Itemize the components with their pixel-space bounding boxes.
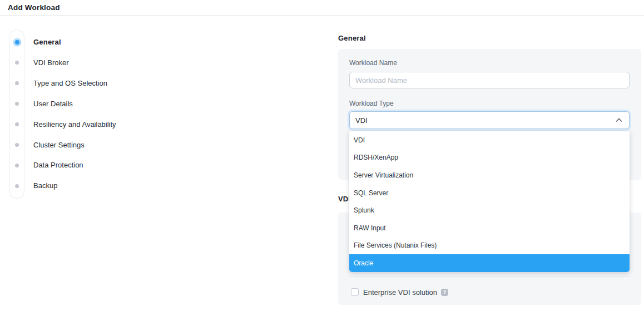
chevron-up-icon [616,118,622,122]
step-label: Data Protection [33,161,83,170]
dropdown-option-rdsh-xenapp[interactable]: RDSH/XenApp [349,149,630,167]
dropdown-option-oracle[interactable]: Oracle [349,254,630,272]
vdi-card-divider [349,277,630,277]
step-dot-icon [15,102,19,106]
step-label: Type and OS Selection [33,79,107,87]
help-icon[interactable]: ? [441,289,448,296]
step-label: VDI Broker [33,58,69,67]
workload-type-dropdown: VDIRDSH/XenAppServer VirtualizationSQL S… [349,131,630,272]
stepper-step-vdi-broker[interactable]: VDI Broker [9,57,199,69]
dropdown-option-splunk[interactable]: Splunk [349,201,630,219]
step-label: General [33,38,61,46]
dropdown-option-vdi[interactable]: VDI [349,131,630,149]
step-dot-icon [15,122,19,126]
step-dot-icon [15,61,19,65]
stepper-step-backup[interactable]: Backup [9,180,199,192]
step-dot-icon [15,184,19,188]
workload-name-label: Workload Name [349,59,397,67]
header-divider [0,15,644,16]
active-step-dot-icon [15,40,19,45]
enterprise-vdi-label: Enterprise VDI solution [363,288,437,297]
enterprise-vdi-row: Enterprise VDI solution ? [351,287,448,297]
workload-type-label: Workload Type [349,100,394,107]
dropdown-option-server-virtualization[interactable]: Server Virtualization [349,166,630,184]
dropdown-option-sql-server[interactable]: SQL Server [349,184,630,202]
stepper-step-resiliency-and-availability[interactable]: Resiliency and Availability [9,119,199,131]
general-section-heading: General [338,34,366,42]
add-workload-page: Add Workload GeneralVDI BrokerType and O… [0,0,644,311]
workload-name-input[interactable] [349,72,630,88]
vdi-section-heading: VDI [338,195,350,203]
stepper-step-type-and-os-selection[interactable]: Type and OS Selection [9,77,199,90]
wizard-stepper: GeneralVDI BrokerType and OS SelectionUs… [9,29,243,199]
step-dot-icon [15,143,19,147]
step-label: Resiliency and Availability [33,120,116,129]
enterprise-vdi-checkbox[interactable] [351,288,359,296]
workload-type-selected-value: VDI [355,116,616,125]
stepper-step-cluster-settings[interactable]: Cluster Settings [9,139,199,151]
dropdown-option-file-services-nutanix-files[interactable]: File Services (Nutanix Files) [349,237,630,255]
step-dot-icon [15,164,19,167]
stepper-step-general[interactable]: General [9,36,199,48]
step-label: Cluster Settings [33,141,85,149]
stepper-step-user-details[interactable]: User Details [9,98,199,110]
workload-type-select[interactable]: VDI [349,111,630,129]
dropdown-option-raw-input[interactable]: RAW Input [349,219,630,237]
page-title: Add Workload [8,3,60,12]
step-label: User Details [33,100,73,108]
step-dot-icon [15,81,19,85]
step-label: Backup [33,181,57,190]
stepper-step-data-protection[interactable]: Data Protection [9,159,199,171]
stepper-rail [9,29,24,199]
